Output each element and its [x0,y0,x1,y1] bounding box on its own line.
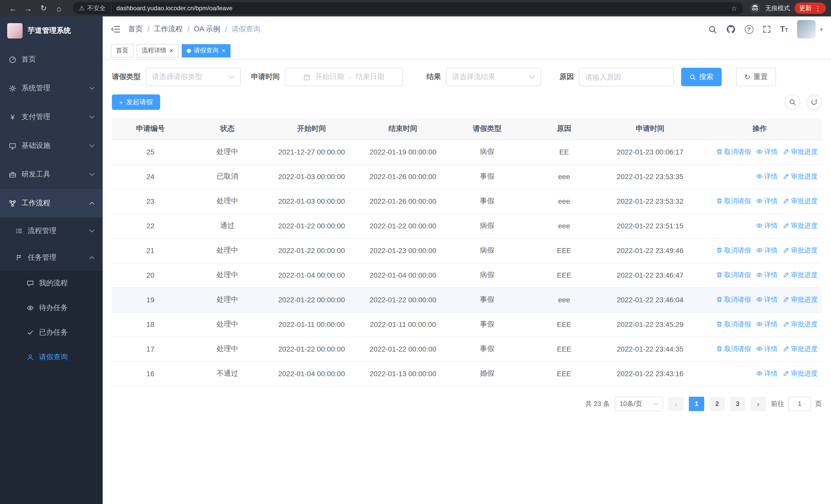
active-tab-dot [187,49,191,53]
main-area: 首页 / 工作流程 / OA 示例 / 请假查询 ? [103,17,831,504]
help-icon[interactable]: ? [745,25,753,34]
detail-link[interactable]: 详情 [756,221,778,231]
page-size-select[interactable]: 10条/页 [615,396,663,411]
security-warning[interactable]: ⚠ 不安全 [79,4,111,12]
result-select[interactable]: 请选择流结果 [446,68,541,86]
cancel-leave-link[interactable]: 取消请假 [716,147,751,156]
cancel-leave-link[interactable]: 取消请假 [716,246,751,255]
detail-link[interactable]: 详情 [756,369,778,378]
toggle-search-button[interactable] [785,94,800,110]
apply-time-range-picker[interactable]: 开始日期 - 结束日期 [285,68,403,86]
goto-page-group: 前往 页 [771,396,822,411]
chevron-down-icon[interactable]: ▾ [820,26,823,33]
approval-progress-link[interactable]: 审批进度 [783,320,818,329]
page-button-2[interactable]: 2 [709,396,725,411]
chat-icon [26,280,34,287]
browser-home-button[interactable]: ⌂ [52,2,66,15]
sidebar-collapse-icon[interactable] [111,25,120,33]
cancel-leave-link[interactable]: 取消请假 [716,197,751,206]
app-logo[interactable]: 芋道管理系统 [0,17,103,45]
approval-progress-link[interactable]: 审批进度 [783,295,818,304]
cell-apply_time: 2022-01-22 23:44:35 [603,337,697,361]
github-icon[interactable] [726,25,735,34]
cell-actions: 取消请假详情审批进度 [697,288,822,312]
create-leave-button[interactable]: + 发起请假 [112,94,160,110]
cancel-leave-link[interactable]: 取消请假 [716,295,751,304]
approval-progress-link[interactable]: 审批进度 [783,172,818,181]
tab-label: 请假查询 [194,46,219,55]
cancel-leave-link[interactable]: 取消请假 [716,345,751,354]
sidebar-item-devtools[interactable]: 研发工具 [0,160,103,189]
approval-progress-link[interactable]: 审批进度 [783,221,818,231]
detail-link[interactable]: 详情 [756,172,778,181]
table-row: 16不通过2022-01-04 00:00:002022-01-13 00:00… [112,361,822,386]
sidebar-item-process-management[interactable]: 流程管理 [0,217,103,244]
browser-menu-icon[interactable]: ⋮ [814,4,821,12]
header-tools: ? TT ▾ [708,20,823,38]
cancel-leave-link[interactable]: 取消请假 [716,270,751,280]
detail-link[interactable]: 详情 [756,270,778,280]
search-icon[interactable] [708,25,717,34]
sidebar-item-workflow[interactable]: 工作流程 [0,189,103,217]
sidebar-item-leave-query[interactable]: 请假查询 [0,345,103,369]
cancel-leave-link[interactable]: 取消请假 [716,320,751,329]
detail-link[interactable]: 详情 [756,197,778,206]
sidebar-item-label: 流程管理 [28,226,56,236]
chevron-down-icon [89,144,94,147]
approval-progress-link[interactable]: 审批进度 [783,197,818,206]
cell-status: 处理中 [189,263,266,288]
reset-button[interactable]: ↻ 重置 [736,68,776,86]
detail-link[interactable]: 详情 [756,320,778,329]
breadcrumb-item-home[interactable]: 首页 [128,25,143,34]
detail-link[interactable]: 详情 [756,295,778,304]
cell-apply_time: 2022-01-22 23:46:47 [603,263,697,288]
prev-page-button[interactable]: ‹ [668,396,684,411]
browser-back-button[interactable]: ← [6,2,20,15]
tab-leave-query[interactable]: 请假查询 × [181,44,230,57]
font-size-icon[interactable]: TT [780,25,788,34]
browser-update-button[interactable]: 更新 ⋮ [795,3,826,14]
close-icon[interactable]: × [169,47,173,54]
close-icon[interactable]: × [222,47,225,54]
table-row: 19处理中2022-01-22 00:00:002022-01-22 00:00… [112,288,822,312]
sidebar-item-infrastructure[interactable]: 基础设施 [0,131,103,160]
cell-reason: EEE [525,263,603,288]
page-button-3[interactable]: 3 [730,396,745,411]
browser-reload-button[interactable]: ↻ [37,2,50,15]
avatar[interactable] [797,20,816,38]
reason-input[interactable] [579,68,674,86]
sidebar-item-payment[interactable]: ¥ 支付管理 [0,102,103,131]
goto-page-input[interactable] [789,396,811,411]
detail-link[interactable]: 详情 [756,246,778,255]
sidebar-item-label: 待办任务 [39,303,68,313]
sidebar-item-done-tasks[interactable]: 已办任务 [0,320,103,345]
detail-link[interactable]: 详情 [756,147,778,156]
approval-progress-link[interactable]: 审批进度 [783,246,818,255]
sidebar-item-system[interactable]: 系统管理 [0,74,103,102]
breadcrumb-item-oa-example[interactable]: OA 示例 [194,25,221,34]
sidebar-item-todo-tasks[interactable]: 待办任务 [0,296,103,320]
detail-link[interactable]: 详情 [756,345,778,354]
breadcrumb-item-workflow[interactable]: 工作流程 [154,25,183,34]
sidebar-item-task-management[interactable]: 任务管理 [0,244,103,271]
sidebar-item-home[interactable]: 首页 [0,45,103,74]
browser-forward-button[interactable]: → [22,2,35,15]
sidebar-item-my-process[interactable]: 我的流程 [0,271,103,296]
tab-home[interactable]: 首页 [111,44,134,57]
leave-type-select[interactable]: 请选择请假类型 [146,68,241,86]
page-button-1[interactable]: 1 [689,396,704,411]
next-page-button[interactable]: › [750,396,766,411]
search-button[interactable]: 搜索 [681,68,722,86]
tab-process-detail[interactable]: 流程详情 × [137,44,178,57]
approval-progress-link[interactable]: 审批进度 [783,147,818,156]
address-bar[interactable]: ⚠ 不安全 dashboard.yudao.iocoder.cn/bpm/oa/… [73,2,743,14]
approval-progress-link[interactable]: 审批进度 [783,270,818,280]
fullscreen-icon[interactable] [763,25,771,33]
incognito-icon [749,3,761,14]
cell-reason: eee [525,189,603,213]
approval-progress-link[interactable]: 审批进度 [783,369,818,378]
cell-end: 2022-01-22 00:00:00 [357,213,449,238]
refresh-table-button[interactable] [806,94,822,110]
bookmark-star-icon[interactable]: ☆ [731,4,737,12]
approval-progress-link[interactable]: 审批进度 [783,345,818,354]
